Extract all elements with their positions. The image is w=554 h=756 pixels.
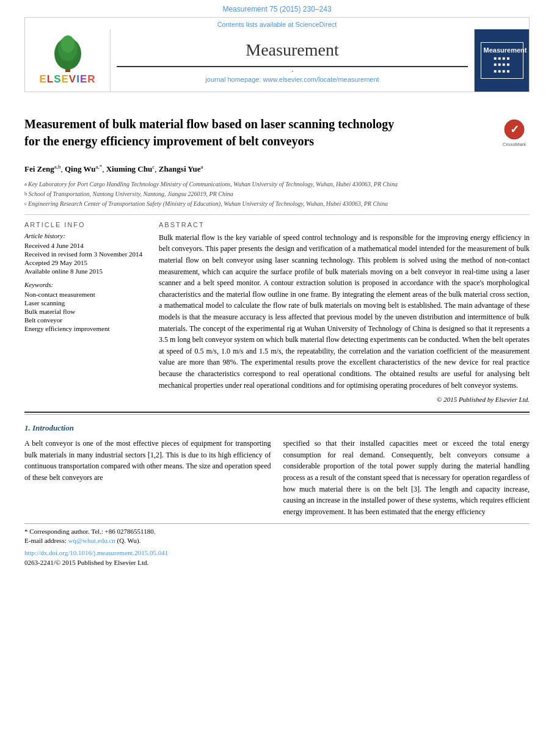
svg-text:✓: ✓ — [510, 123, 519, 136]
crossmark-area[interactable]: ✓ CrossMark — [499, 115, 530, 147]
keyword-4: Belt conveyor — [24, 316, 147, 324]
keyword-2: Laser scanning — [24, 299, 147, 307]
doi-link[interactable]: http://dx.doi.org/10.1016/j.measurement.… — [24, 549, 168, 556]
history-revised: Received in revised form 3 November 2014 — [24, 250, 147, 258]
article-title: Measurement of bulk material flow based … — [24, 115, 403, 150]
issn-line: 0263-2241/© 2015 Published by Elsevier L… — [24, 559, 530, 566]
intro-right-text: specified so that their installed capaci… — [283, 438, 530, 517]
keyword-1: Non-contact measurement — [24, 291, 147, 298]
journal-title-area: Measurement journal homepage: www.elsevi… — [111, 29, 474, 92]
affiliations: a Key Laboratory for Port Cargo Handling… — [24, 180, 530, 208]
sciencedirect-notice: Contents lists available at ScienceDirec… — [25, 18, 529, 29]
journal-ref: Measurement 75 (2015) 230–243 — [0, 0, 554, 17]
keyword-3: Bulk material flow — [24, 308, 147, 315]
history-received: Received 4 June 2014 — [24, 242, 147, 249]
keywords-label: Keywords: — [24, 281, 147, 288]
elsevier-wordmark: ELSEVIER — [39, 73, 95, 85]
journal-header: Contents lists available at ScienceDirec… — [24, 17, 530, 92]
journal-homepage: journal homepage: www.elsevier.com/locat… — [205, 76, 379, 83]
footnote-area: * Corresponding author. Tel.: +86 027865… — [24, 523, 530, 544]
elsevier-logo-area: ELSEVIER — [25, 29, 111, 92]
authors-line: Fei Zenga,b, Qing Wua,*, Xiuming Chuc, Z… — [24, 163, 530, 175]
measurement-badge: Measurement ■ ■ ■ ■ ■ ■ ■ ■ ■ ■ ■ ■ — [481, 42, 523, 79]
keyword-5: Energy efficiency improvement — [24, 325, 147, 332]
copyright: © 2015 Published by Elsevier Ltd. — [159, 396, 530, 403]
email-link[interactable]: wq@whut.edu.cn — [68, 537, 115, 544]
history-online: Available online 8 June 2015 — [24, 267, 147, 275]
article-history-label: Article history: — [24, 232, 147, 239]
article-info-column: ARTICLE INFO Article history: Received 4… — [24, 221, 147, 403]
crossmark-label: CrossMark — [503, 142, 527, 147]
crossmark-icon: ✓ — [503, 118, 525, 140]
intro-section-title: 1. Introduction — [24, 423, 530, 433]
history-accepted: Accepted 29 May 2015 — [24, 259, 147, 266]
abstract-text: Bulk material flow is the key variable o… — [159, 232, 530, 391]
abstract-column: ABSTRACT Bulk material flow is the key v… — [159, 221, 530, 403]
journal-badge-area: Measurement ■ ■ ■ ■ ■ ■ ■ ■ ■ ■ ■ ■ — [474, 29, 529, 92]
email-line: E-mail address: wq@whut.edu.cn (Q. Wu). — [24, 537, 530, 544]
svg-point-3 — [61, 35, 75, 53]
abstract-label: ABSTRACT — [159, 221, 530, 228]
elsevier-tree-icon — [43, 35, 92, 72]
corresponding-note: * Corresponding author. Tel.: +86 027865… — [24, 528, 530, 535]
intro-left-text: A belt conveyor is one of the most effec… — [24, 438, 271, 517]
article-info-label: ARTICLE INFO — [24, 221, 147, 228]
journal-title: Measurement — [246, 40, 338, 60]
